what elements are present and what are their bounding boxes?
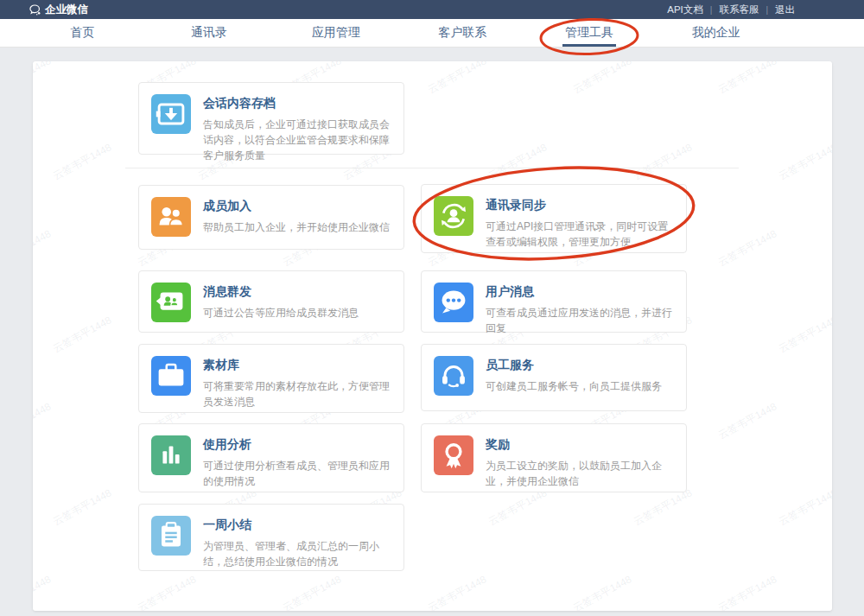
card-weekly-summary[interactable]: 一周小结 为管理员、管理者、成员汇总的一周小结，总结使用企业微信的情况 <box>138 504 404 571</box>
main-nav: 首页 通讯录 应用管理 客户联系 管理工具 我的企业 <box>0 19 864 48</box>
bar-chart-icon <box>151 435 191 475</box>
api-docs-link[interactable]: API文档 <box>667 3 703 16</box>
top-links: API文档 | 联系客服 | 退出 <box>667 3 795 16</box>
card-user-message[interactable]: 用户消息 可查看成员通过应用发送的消息，并进行回复 <box>421 270 687 333</box>
section-divider <box>125 168 739 168</box>
card-desc: 可通过使用分析查看成员、管理员和应用的使用情况 <box>203 458 391 489</box>
logout-link[interactable]: 退出 <box>775 3 795 16</box>
separator: | <box>710 5 713 15</box>
two-people-icon <box>151 197 191 237</box>
card-desc: 可将重要常用的素材存放在此，方便管理员发送消息 <box>203 378 391 410</box>
clipboard-icon <box>151 516 191 556</box>
card-material-library[interactable]: 素材库 可将重要常用的素材存放在此，方便管理员发送消息 <box>138 344 404 413</box>
tab-home[interactable]: 首页 <box>19 19 146 47</box>
top-bar: 企业微信 API文档 | 联系客服 | 退出 <box>0 0 864 19</box>
card-employee-service[interactable]: 员工服务 可创建员工服务帐号，向员工提供服务 <box>421 344 687 411</box>
card-title: 通讯录同步 <box>486 198 674 213</box>
group-message-icon <box>151 283 191 322</box>
card-usage-analytics[interactable]: 使用分析 可通过使用分析查看成员、管理员和应用的使用情况 <box>138 423 404 492</box>
brand[interactable]: 企业微信 <box>29 3 88 17</box>
card-title: 素材库 <box>203 358 391 373</box>
card-desc: 可创建员工服务帐号，向员工提供服务 <box>486 378 662 394</box>
content-panel: 云签韦平1448云签韦平1448云签韦平1448云签韦平1448云签韦平1448… <box>33 61 832 611</box>
card-title: 会话内容存档 <box>203 96 391 111</box>
card-member-join[interactable]: 成员加入 帮助员工加入企业，并开始使用企业微信 <box>138 185 404 250</box>
card-desc: 可查看成员通过应用发送的消息，并进行回复 <box>486 305 674 336</box>
medal-icon <box>434 435 473 475</box>
card-title: 成员加入 <box>203 199 390 214</box>
card-title: 一周小结 <box>203 518 391 533</box>
card-title: 员工服务 <box>486 358 662 373</box>
card-group-message[interactable]: 消息群发 可通过公告等应用给成员群发消息 <box>138 270 404 333</box>
card-desc: 可通过API接口管理通讯录，同时可设置查看或编辑权限，管理更加方便 <box>486 219 674 250</box>
briefcase-icon <box>151 356 191 396</box>
headset-icon <box>434 356 473 396</box>
card-session-archive[interactable]: 会话内容存档 告知成员后，企业可通过接口获取成员会话内容，以符合企业监管合规要求… <box>138 82 404 155</box>
tab-my-company[interactable]: 我的企业 <box>652 19 779 47</box>
card-desc: 帮助员工加入企业，并开始使用企业微信 <box>203 219 390 235</box>
contacts-sync-icon <box>434 196 473 236</box>
tab-customer-contact[interactable]: 客户联系 <box>399 19 526 47</box>
tab-management-tools[interactable]: 管理工具 <box>526 19 653 47</box>
card-title: 使用分析 <box>203 437 391 453</box>
wework-logo-icon <box>29 3 41 16</box>
chat-dots-icon <box>434 283 473 322</box>
archive-download-icon <box>151 94 191 134</box>
contact-support-link[interactable]: 联系客服 <box>719 3 759 16</box>
card-title: 奖励 <box>486 437 674 453</box>
card-desc: 为管理员、管理者、成员汇总的一周小结，总结使用企业微信的情况 <box>203 538 391 569</box>
card-desc: 告知成员后，企业可通过接口获取成员会话内容，以符合企业监管合规要求和保障客户服务… <box>203 117 391 163</box>
card-contacts-sync[interactable]: 通讯录同步 可通过API接口管理通讯录，同时可设置查看或编辑权限，管理更加方便 <box>421 184 687 253</box>
card-desc: 可通过公告等应用给成员群发消息 <box>203 305 359 321</box>
brand-label: 企业微信 <box>45 3 88 17</box>
separator: | <box>766 5 768 15</box>
card-title: 消息群发 <box>203 284 359 300</box>
card-reward[interactable]: 奖励 为员工设立的奖励，以鼓励员工加入企业，并使用企业微信 <box>421 423 687 492</box>
card-title: 用户消息 <box>486 284 674 300</box>
tab-contacts[interactable]: 通讯录 <box>146 19 273 47</box>
tab-app-management[interactable]: 应用管理 <box>272 19 399 47</box>
card-desc: 为员工设立的奖励，以鼓励员工加入企业，并使用企业微信 <box>486 458 674 489</box>
